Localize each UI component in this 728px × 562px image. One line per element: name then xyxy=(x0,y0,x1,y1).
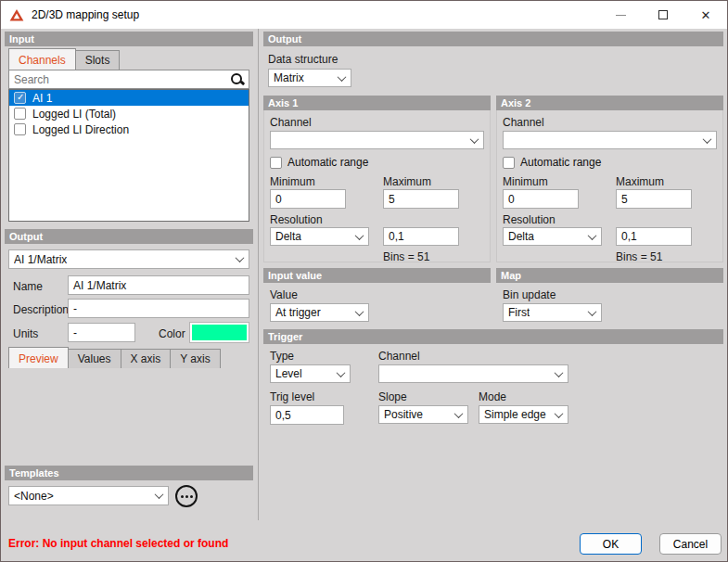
trigger-header: Trigger xyxy=(263,329,723,344)
title-bar: 2D/3D mapping setup ✕ xyxy=(1,1,727,29)
trigger-channel-select[interactable] xyxy=(378,364,568,383)
maximize-icon xyxy=(658,10,668,19)
axis2-resolution-type-select[interactable]: Delta xyxy=(503,227,602,246)
channel-row-logged-li-direction[interactable]: Logged LI Direction xyxy=(9,121,249,137)
panel-divider xyxy=(258,29,259,520)
chevron-down-icon xyxy=(236,253,245,262)
axis1-resolution-label: Resolution xyxy=(270,213,323,226)
axis1-bins-text: Bins = 51 xyxy=(383,250,429,263)
close-button[interactable]: ✕ xyxy=(684,1,727,29)
color-swatch[interactable] xyxy=(189,322,249,343)
slope-select[interactable]: Positive xyxy=(378,405,468,424)
chevron-down-icon xyxy=(337,368,346,377)
mode-select[interactable]: Simple edge xyxy=(479,405,568,424)
trigger-channel-label: Channel xyxy=(378,350,420,363)
channel-label: Logged LI (Total) xyxy=(32,108,116,121)
mode-label: Mode xyxy=(479,390,506,403)
minimize-icon xyxy=(616,15,626,16)
chevron-down-icon xyxy=(588,231,597,240)
window-title: 2D/3D mapping setup xyxy=(32,8,139,21)
dialog-window: 2D/3D mapping setup ✕ Input Channels Slo… xyxy=(0,0,728,562)
channel-row-logged-li-total[interactable]: Logged LI (Total) xyxy=(9,106,249,121)
input-value-header: Input value xyxy=(263,268,491,283)
axis1-resolution-type-select[interactable]: Delta xyxy=(270,227,369,246)
chevron-down-icon xyxy=(338,72,347,82)
search-icon xyxy=(230,72,244,86)
preview-area xyxy=(8,367,249,465)
maximize-button[interactable] xyxy=(642,1,684,29)
chevron-down-icon xyxy=(555,368,564,377)
value-select[interactable]: At trigger xyxy=(270,303,369,322)
axis1-channel-select[interactable] xyxy=(270,131,484,149)
chevron-down-icon xyxy=(703,134,712,144)
tab-preview[interactable]: Preview xyxy=(8,347,69,368)
channel-list: AI 1 Logged LI (Total) Logged LI Directi… xyxy=(8,89,249,222)
trig-level-field[interactable] xyxy=(270,405,344,425)
value-label: Value xyxy=(270,288,298,301)
tab-x-axis[interactable]: X axis xyxy=(121,349,172,368)
bin-update-label: Bin update xyxy=(503,288,556,301)
output-left-section-header: Output xyxy=(5,229,253,244)
channel-label: Logged LI Direction xyxy=(32,123,129,136)
channel-checkbox[interactable] xyxy=(14,123,26,135)
output-right-section-header: Output xyxy=(263,32,723,46)
axis2-resolution-label: Resolution xyxy=(503,213,556,226)
input-section-header: Input xyxy=(5,32,253,46)
units-field[interactable] xyxy=(68,323,135,342)
error-message: Error: No input channel selected or foun… xyxy=(8,537,228,550)
preview-tabstrip: Preview Values X axis Y axis xyxy=(8,347,220,368)
channel-checkbox[interactable] xyxy=(14,92,26,104)
data-structure-select[interactable]: Matrix xyxy=(268,69,351,87)
axis2-header: Axis 2 xyxy=(496,96,723,110)
chevron-down-icon xyxy=(355,307,364,316)
templates-select[interactable]: <None> xyxy=(8,486,169,505)
templates-more-button[interactable] xyxy=(175,485,198,507)
axis2-bins-text: Bins = 51 xyxy=(616,250,662,263)
axis1-minimum-label: Minimum xyxy=(270,175,315,188)
app-logo-icon xyxy=(9,8,24,22)
axis2-automatic-range[interactable]: Automatic range xyxy=(503,156,601,169)
tab-slots[interactable]: Slots xyxy=(75,50,121,70)
trig-level-label: Trig level xyxy=(270,390,314,403)
slope-label: Slope xyxy=(378,390,407,403)
axis2-minimum-field[interactable] xyxy=(503,189,579,209)
axis1-minimum-field[interactable] xyxy=(270,189,346,209)
units-label: Units xyxy=(13,327,38,340)
trigger-type-label: Type xyxy=(270,350,294,363)
tab-channels[interactable]: Channels xyxy=(8,48,76,70)
output-channel-select[interactable]: AI 1/Matrix xyxy=(8,249,249,269)
axis1-automatic-range[interactable]: Automatic range xyxy=(270,156,368,169)
ok-button[interactable]: OK xyxy=(580,533,642,555)
axis2-channel-label: Channel xyxy=(503,116,544,129)
color-swatch-fill xyxy=(192,325,247,340)
axis2-channel-select[interactable] xyxy=(503,131,717,149)
axis1-maximum-field[interactable] xyxy=(383,189,459,209)
axis2-maximum-label: Maximum xyxy=(616,175,664,188)
axis2-resolution-field[interactable] xyxy=(616,227,692,246)
channel-row-ai1[interactable]: AI 1 xyxy=(9,90,249,106)
channel-search[interactable] xyxy=(8,70,249,89)
input-tabstrip: Channels Slots xyxy=(8,48,119,70)
chevron-down-icon xyxy=(555,409,564,418)
description-label: Description xyxy=(13,303,69,316)
channel-checkbox[interactable] xyxy=(14,108,26,120)
bin-update-select[interactable]: First xyxy=(503,303,602,322)
axis1-automatic-range-checkbox[interactable] xyxy=(270,157,282,169)
minimize-button[interactable] xyxy=(599,1,642,29)
description-field[interactable] xyxy=(68,299,249,318)
search-input[interactable] xyxy=(14,73,230,86)
chevron-down-icon xyxy=(470,134,479,144)
tab-values[interactable]: Values xyxy=(68,349,121,368)
axis2-maximum-field[interactable] xyxy=(616,189,692,209)
axis1-resolution-field[interactable] xyxy=(383,227,459,246)
axis1-maximum-label: Maximum xyxy=(383,175,431,188)
axis2-automatic-range-checkbox[interactable] xyxy=(503,157,515,169)
trigger-type-select[interactable]: Level xyxy=(270,364,351,383)
tab-y-axis[interactable]: Y axis xyxy=(170,349,220,368)
chevron-down-icon xyxy=(155,490,164,499)
map-header: Map xyxy=(496,268,723,283)
channel-label: AI 1 xyxy=(32,92,52,105)
cancel-button[interactable]: Cancel xyxy=(659,533,722,555)
name-field[interactable] xyxy=(68,275,249,295)
templates-section-header: Templates xyxy=(5,466,253,480)
